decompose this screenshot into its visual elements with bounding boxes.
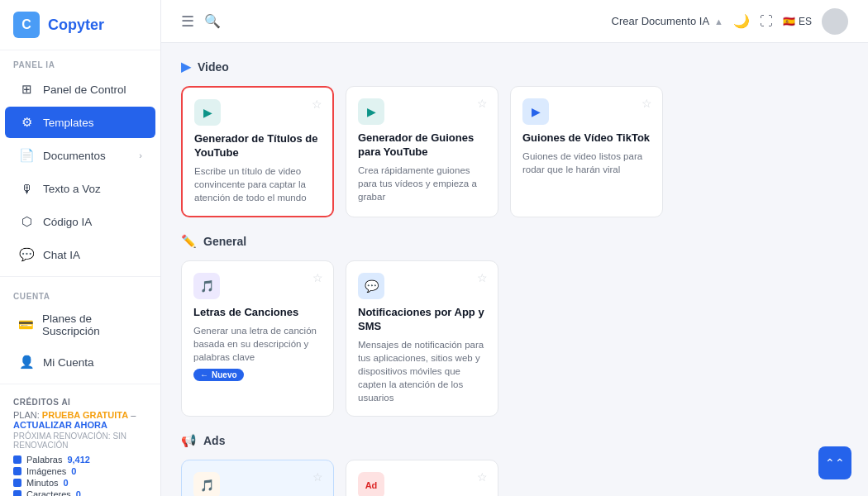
renew-line: PRÓXIMA RENOVACIÓN: SIN RENOVACIÓN	[13, 432, 147, 450]
general-cards-grid: 🎵 ☆ Letras de Canciones Generar una letr…	[181, 260, 848, 417]
card-title: Generador de Títulos de YouTube	[194, 132, 321, 160]
sidebar-item-documentos[interactable]: 📄 Documentos ›	[5, 140, 155, 171]
credit-dot	[13, 479, 21, 487]
sidebar-item-label: Documentos	[43, 150, 106, 162]
credit-value: 0	[71, 466, 76, 476]
flag-icon: 🇪🇸	[783, 16, 795, 27]
card-desc: Guiones de video listos para rodar que l…	[522, 150, 651, 176]
credit-label: Minutos	[26, 478, 59, 488]
ads-cards-grid: 🎵 ☆ Títulos Clickbait Ad ☆ Titulares de …	[181, 460, 848, 496]
card-icon: ▶	[358, 98, 384, 125]
section-video-heading: ▶ Video	[181, 60, 848, 74]
credit-caracteres: Caracteres 0	[13, 489, 147, 496]
crear-label: Crear Documento IA	[612, 15, 710, 27]
card-icon: 💳	[18, 317, 34, 333]
scroll-top-button[interactable]: ⌃⌃	[818, 446, 851, 479]
credits-section: CRÉDITOS AI PLAN: PRUEBA GRATUITA – ACTU…	[0, 389, 160, 496]
card-title: Generador de Guiones para YouTube	[358, 131, 486, 160]
gear-icon: ⚙	[18, 114, 35, 131]
star-icon[interactable]: ☆	[477, 271, 488, 284]
credit-imagenes: Imágenes 0	[13, 466, 147, 476]
card-icon: 🎵	[193, 472, 220, 496]
credit-value: 9,412	[67, 455, 90, 465]
card-guiones-tiktok[interactable]: ▶ ☆ Guiones de Vídeo TikTok Guiones de v…	[510, 86, 663, 217]
moon-icon[interactable]: 🌙	[733, 13, 750, 29]
section-ads-heading: 📢 Ads	[181, 433, 848, 448]
pencil-section-icon: ✏️	[181, 234, 197, 249]
plan-line: PLAN: PRUEBA GRATUITA – ACTUALIZAR AHORA	[13, 410, 147, 430]
language-selector[interactable]: 🇪🇸 ES	[783, 16, 812, 27]
user-icon: 👤	[18, 354, 35, 370]
section-general-heading: ✏️ General	[181, 234, 848, 249]
sidebar-item-texto-voz[interactable]: 🎙 Texto a Voz	[5, 173, 155, 204]
credit-dot	[13, 467, 21, 475]
card-icon: ▶	[194, 99, 221, 126]
card-desc: Crea rápidamente guiones para tus vídeos…	[358, 164, 486, 203]
chevron-up-icon: ▲	[714, 17, 723, 26]
card-notificaciones-app[interactable]: 💬 ☆ Notificaciones por App y SMS Mensaje…	[346, 260, 498, 417]
hamburger-icon[interactable]: ☰	[181, 12, 194, 31]
plan-action[interactable]: ACTUALIZAR AHORA	[13, 420, 107, 430]
lang-label: ES	[799, 16, 812, 27]
star-icon[interactable]: ☆	[312, 98, 322, 111]
content-area: ▶ Video ▶ ☆ Generador de Títulos de YouT…	[161, 43, 868, 496]
sidebar-item-label: Chat IA	[43, 249, 80, 261]
credit-label: Caracteres	[26, 489, 71, 496]
crear-documento-button[interactable]: Crear Documento IA ▲	[612, 15, 723, 27]
sidebar-item-label: Planes de Suscripción	[42, 312, 142, 337]
plan-name: PRUEBA GRATUITA	[42, 410, 128, 420]
card-letras-canciones[interactable]: 🎵 ☆ Letras de Canciones Generar una letr…	[181, 260, 334, 417]
star-icon[interactable]: ☆	[312, 470, 323, 484]
star-icon[interactable]: ☆	[477, 97, 488, 110]
star-icon[interactable]: ☆	[641, 97, 652, 110]
credit-label: Palabras	[26, 455, 62, 465]
sidebar-item-label: Mi Cuenta	[43, 356, 94, 369]
credit-value: 0	[64, 478, 69, 488]
fullscreen-icon[interactable]: ⛶	[760, 14, 773, 29]
sidebar-item-chat-ia[interactable]: 💬 Chat IA	[5, 239, 155, 270]
card-gen-guiones-yt[interactable]: ▶ ☆ Generador de Guiones para YouTube Cr…	[346, 86, 498, 217]
arrow-icon: ›	[139, 150, 142, 160]
credit-label: Imágenes	[26, 466, 66, 476]
card-titulares-anuncios[interactable]: Ad ☆ Titulares de Anuncios	[346, 460, 498, 496]
sidebar-item-mi-cuenta[interactable]: 👤 Mi Cuenta	[5, 346, 155, 378]
panel-ia-label: PANEL IA	[0, 50, 160, 73]
user-avatar[interactable]	[822, 8, 848, 35]
card-titulos-clickbait[interactable]: 🎵 ☆ Títulos Clickbait	[181, 460, 334, 496]
topbar-right: Crear Documento IA ▲ 🌙 ⛶ 🇪🇸 ES	[612, 8, 848, 35]
ads-section-icon: 📢	[181, 433, 197, 448]
sidebar-item-label: Templates	[43, 117, 94, 129]
chevron-up-double-icon: ⌃⌃	[825, 457, 845, 469]
doc-icon: 📄	[18, 147, 35, 164]
card-title: Letras de Canciones	[193, 306, 322, 320]
card-icon: Ad	[358, 472, 384, 496]
chat-icon: 💬	[18, 246, 35, 263]
credit-minutos: Minutos 0	[13, 478, 147, 488]
star-icon[interactable]: ☆	[312, 271, 323, 284]
credit-dot	[13, 490, 21, 496]
topbar-left: ☰ 🔍	[181, 12, 221, 31]
topbar: ☰ 🔍 Crear Documento IA ▲ 🌙 ⛶ 🇪🇸 ES	[161, 0, 868, 43]
card-icon: ▶	[522, 98, 549, 125]
logo-area: C Copyter	[0, 0, 160, 50]
card-icon: 🎵	[193, 273, 220, 299]
video-section-icon: ▶	[181, 60, 191, 74]
main-content: ☰ 🔍 Crear Documento IA ▲ 🌙 ⛶ 🇪🇸 ES ▶ Vid…	[161, 0, 868, 496]
video-cards-grid: ▶ ☆ Generador de Títulos de YouTube Escr…	[181, 86, 848, 217]
logo-icon: C	[13, 12, 40, 38]
nuevo-badge: Nuevo	[193, 369, 244, 381]
star-icon[interactable]: ☆	[477, 470, 488, 484]
logo-text: Copyter	[48, 17, 104, 34]
sidebar-item-panel-control[interactable]: ⊞ Panel de Control	[5, 74, 155, 105]
credit-value: 0	[76, 489, 81, 496]
grid-icon: ⊞	[18, 81, 35, 98]
section-video-label: Video	[198, 60, 229, 74]
card-gen-titulos-yt[interactable]: ▶ ☆ Generador de Títulos de YouTube Escr…	[181, 86, 334, 217]
search-icon[interactable]: 🔍	[204, 13, 221, 29]
sidebar-item-templates[interactable]: ⚙ Templates	[5, 107, 155, 138]
sidebar-item-codigo-ia[interactable]: ⬡ Código IA	[5, 206, 155, 237]
sidebar-item-planes[interactable]: 💳 Planes de Suscripción	[5, 305, 155, 345]
code-icon: ⬡	[18, 213, 35, 230]
credit-palabras: Palabras 9,412	[13, 455, 147, 465]
sidebar: C Copyter PANEL IA ⊞ Panel de Control ⚙ …	[0, 0, 161, 496]
